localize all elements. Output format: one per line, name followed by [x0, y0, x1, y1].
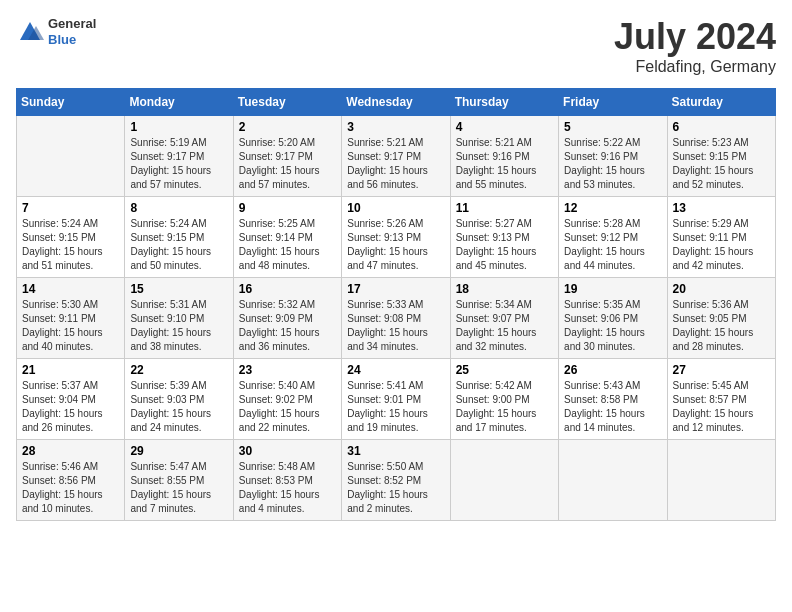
calendar-cell: 30Sunrise: 5:48 AMSunset: 8:53 PMDayligh… [233, 440, 341, 521]
day-number: 15 [130, 282, 227, 296]
calendar-cell: 10Sunrise: 5:26 AMSunset: 9:13 PMDayligh… [342, 197, 450, 278]
day-info: Sunrise: 5:40 AMSunset: 9:02 PMDaylight:… [239, 379, 336, 435]
calendar-cell: 31Sunrise: 5:50 AMSunset: 8:52 PMDayligh… [342, 440, 450, 521]
day-number: 10 [347, 201, 444, 215]
calendar-cell: 3Sunrise: 5:21 AMSunset: 9:17 PMDaylight… [342, 116, 450, 197]
calendar-cell: 7Sunrise: 5:24 AMSunset: 9:15 PMDaylight… [17, 197, 125, 278]
day-info: Sunrise: 5:39 AMSunset: 9:03 PMDaylight:… [130, 379, 227, 435]
day-info: Sunrise: 5:29 AMSunset: 9:11 PMDaylight:… [673, 217, 770, 273]
day-number: 25 [456, 363, 553, 377]
day-info: Sunrise: 5:28 AMSunset: 9:12 PMDaylight:… [564, 217, 661, 273]
day-info: Sunrise: 5:31 AMSunset: 9:10 PMDaylight:… [130, 298, 227, 354]
subtitle: Feldafing, Germany [614, 58, 776, 76]
calendar-cell: 11Sunrise: 5:27 AMSunset: 9:13 PMDayligh… [450, 197, 558, 278]
calendar-cell: 29Sunrise: 5:47 AMSunset: 8:55 PMDayligh… [125, 440, 233, 521]
calendar-cell: 16Sunrise: 5:32 AMSunset: 9:09 PMDayligh… [233, 278, 341, 359]
day-info: Sunrise: 5:42 AMSunset: 9:00 PMDaylight:… [456, 379, 553, 435]
main-title: July 2024 [614, 16, 776, 58]
day-info: Sunrise: 5:21 AMSunset: 9:17 PMDaylight:… [347, 136, 444, 192]
week-row: 14Sunrise: 5:30 AMSunset: 9:11 PMDayligh… [17, 278, 776, 359]
logo-blue: Blue [48, 32, 96, 48]
day-number: 20 [673, 282, 770, 296]
day-number: 6 [673, 120, 770, 134]
calendar-cell: 28Sunrise: 5:46 AMSunset: 8:56 PMDayligh… [17, 440, 125, 521]
day-number: 8 [130, 201, 227, 215]
logo-text: General Blue [48, 16, 96, 47]
calendar-cell [667, 440, 775, 521]
day-info: Sunrise: 5:24 AMSunset: 9:15 PMDaylight:… [22, 217, 119, 273]
day-info: Sunrise: 5:27 AMSunset: 9:13 PMDaylight:… [456, 217, 553, 273]
header-cell-wednesday: Wednesday [342, 89, 450, 116]
day-number: 5 [564, 120, 661, 134]
header-row: SundayMondayTuesdayWednesdayThursdayFrid… [17, 89, 776, 116]
day-number: 31 [347, 444, 444, 458]
calendar-cell: 14Sunrise: 5:30 AMSunset: 9:11 PMDayligh… [17, 278, 125, 359]
day-info: Sunrise: 5:50 AMSunset: 8:52 PMDaylight:… [347, 460, 444, 516]
logo: General Blue [16, 16, 96, 47]
day-number: 17 [347, 282, 444, 296]
day-info: Sunrise: 5:19 AMSunset: 9:17 PMDaylight:… [130, 136, 227, 192]
day-number: 23 [239, 363, 336, 377]
calendar-cell: 22Sunrise: 5:39 AMSunset: 9:03 PMDayligh… [125, 359, 233, 440]
day-number: 2 [239, 120, 336, 134]
day-info: Sunrise: 5:26 AMSunset: 9:13 PMDaylight:… [347, 217, 444, 273]
calendar-cell: 13Sunrise: 5:29 AMSunset: 9:11 PMDayligh… [667, 197, 775, 278]
calendar-body: 1Sunrise: 5:19 AMSunset: 9:17 PMDaylight… [17, 116, 776, 521]
day-info: Sunrise: 5:43 AMSunset: 8:58 PMDaylight:… [564, 379, 661, 435]
calendar-cell: 25Sunrise: 5:42 AMSunset: 9:00 PMDayligh… [450, 359, 558, 440]
day-info: Sunrise: 5:21 AMSunset: 9:16 PMDaylight:… [456, 136, 553, 192]
day-info: Sunrise: 5:45 AMSunset: 8:57 PMDaylight:… [673, 379, 770, 435]
day-info: Sunrise: 5:46 AMSunset: 8:56 PMDaylight:… [22, 460, 119, 516]
calendar-cell: 15Sunrise: 5:31 AMSunset: 9:10 PMDayligh… [125, 278, 233, 359]
calendar-header: SundayMondayTuesdayWednesdayThursdayFrid… [17, 89, 776, 116]
day-info: Sunrise: 5:22 AMSunset: 9:16 PMDaylight:… [564, 136, 661, 192]
week-row: 1Sunrise: 5:19 AMSunset: 9:17 PMDaylight… [17, 116, 776, 197]
day-number: 19 [564, 282, 661, 296]
calendar-cell: 8Sunrise: 5:24 AMSunset: 9:15 PMDaylight… [125, 197, 233, 278]
header-cell-monday: Monday [125, 89, 233, 116]
calendar-cell: 17Sunrise: 5:33 AMSunset: 9:08 PMDayligh… [342, 278, 450, 359]
calendar-cell [559, 440, 667, 521]
day-info: Sunrise: 5:25 AMSunset: 9:14 PMDaylight:… [239, 217, 336, 273]
week-row: 7Sunrise: 5:24 AMSunset: 9:15 PMDaylight… [17, 197, 776, 278]
day-info: Sunrise: 5:41 AMSunset: 9:01 PMDaylight:… [347, 379, 444, 435]
day-number: 27 [673, 363, 770, 377]
day-number: 16 [239, 282, 336, 296]
calendar-cell: 18Sunrise: 5:34 AMSunset: 9:07 PMDayligh… [450, 278, 558, 359]
day-info: Sunrise: 5:37 AMSunset: 9:04 PMDaylight:… [22, 379, 119, 435]
day-number: 26 [564, 363, 661, 377]
calendar-cell: 19Sunrise: 5:35 AMSunset: 9:06 PMDayligh… [559, 278, 667, 359]
day-info: Sunrise: 5:32 AMSunset: 9:09 PMDaylight:… [239, 298, 336, 354]
day-number: 28 [22, 444, 119, 458]
day-info: Sunrise: 5:24 AMSunset: 9:15 PMDaylight:… [130, 217, 227, 273]
day-info: Sunrise: 5:34 AMSunset: 9:07 PMDaylight:… [456, 298, 553, 354]
header-cell-sunday: Sunday [17, 89, 125, 116]
day-number: 3 [347, 120, 444, 134]
header-cell-thursday: Thursday [450, 89, 558, 116]
calendar-cell: 26Sunrise: 5:43 AMSunset: 8:58 PMDayligh… [559, 359, 667, 440]
day-number: 13 [673, 201, 770, 215]
day-number: 12 [564, 201, 661, 215]
day-number: 24 [347, 363, 444, 377]
day-number: 4 [456, 120, 553, 134]
day-number: 21 [22, 363, 119, 377]
calendar-cell: 27Sunrise: 5:45 AMSunset: 8:57 PMDayligh… [667, 359, 775, 440]
week-row: 28Sunrise: 5:46 AMSunset: 8:56 PMDayligh… [17, 440, 776, 521]
calendar-cell [17, 116, 125, 197]
calendar-cell: 5Sunrise: 5:22 AMSunset: 9:16 PMDaylight… [559, 116, 667, 197]
week-row: 21Sunrise: 5:37 AMSunset: 9:04 PMDayligh… [17, 359, 776, 440]
day-number: 9 [239, 201, 336, 215]
calendar-cell: 6Sunrise: 5:23 AMSunset: 9:15 PMDaylight… [667, 116, 775, 197]
calendar-cell: 12Sunrise: 5:28 AMSunset: 9:12 PMDayligh… [559, 197, 667, 278]
calendar-cell: 4Sunrise: 5:21 AMSunset: 9:16 PMDaylight… [450, 116, 558, 197]
header-cell-tuesday: Tuesday [233, 89, 341, 116]
day-number: 29 [130, 444, 227, 458]
day-info: Sunrise: 5:23 AMSunset: 9:15 PMDaylight:… [673, 136, 770, 192]
day-info: Sunrise: 5:35 AMSunset: 9:06 PMDaylight:… [564, 298, 661, 354]
day-number: 1 [130, 120, 227, 134]
calendar-cell [450, 440, 558, 521]
calendar-cell: 9Sunrise: 5:25 AMSunset: 9:14 PMDaylight… [233, 197, 341, 278]
day-number: 7 [22, 201, 119, 215]
day-info: Sunrise: 5:33 AMSunset: 9:08 PMDaylight:… [347, 298, 444, 354]
title-block: July 2024 Feldafing, Germany [614, 16, 776, 76]
